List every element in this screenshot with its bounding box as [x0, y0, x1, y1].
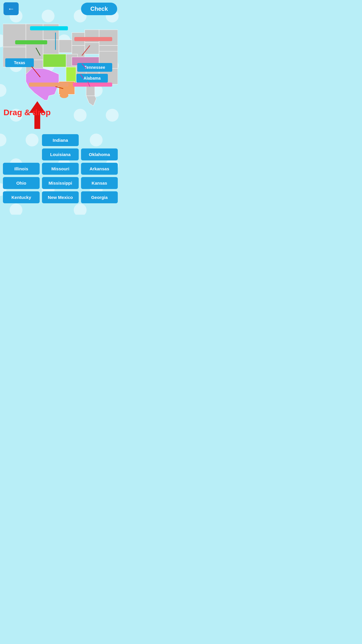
word-chip-kentucky[interactable]: Kentucky — [3, 191, 40, 203]
empty-slot-1 — [3, 134, 40, 146]
svg-point-26 — [10, 204, 22, 215]
word-chip-oklahoma[interactable]: Oklahoma — [81, 148, 118, 160]
word-chip-georgia[interactable]: Georgia — [81, 191, 118, 203]
green-map-label[interactable] — [15, 40, 47, 44]
svg-marker-55 — [86, 96, 96, 106]
map-area: Texas Tennessee Alabama — [3, 20, 118, 111]
svg-rect-35 — [59, 40, 72, 52]
back-arrow-icon: ← — [8, 5, 15, 12]
word-chip-ohio[interactable]: Ohio — [3, 177, 40, 189]
svg-rect-46 — [66, 67, 76, 83]
tennessee-label[interactable]: Tennessee — [77, 63, 112, 72]
cyan-map-label[interactable] — [30, 26, 68, 30]
alabama-label[interactable]: Alabama — [76, 74, 108, 83]
word-chip-illinois[interactable]: Illinois — [3, 163, 40, 175]
word-chip-missouri[interactable]: Missouri — [42, 163, 79, 175]
svg-rect-43 — [43, 54, 66, 67]
header: ← Check — [0, 2, 121, 15]
word-chip-kansas[interactable]: Kansas — [81, 177, 118, 189]
empty-slot-3 — [3, 148, 40, 160]
back-button[interactable]: ← — [3, 2, 19, 15]
orange-map-label[interactable] — [29, 83, 68, 87]
check-button[interactable]: Check — [81, 3, 117, 15]
word-bank: Indiana Louisiana Oklahoma Illinois Miss… — [3, 134, 118, 203]
word-chip-louisiana[interactable]: Louisiana — [42, 148, 79, 160]
svg-rect-38 — [85, 43, 99, 54]
empty-slot-2 — [81, 134, 118, 146]
word-chip-indiana[interactable]: Indiana — [42, 134, 79, 146]
svg-rect-32 — [26, 44, 43, 60]
svg-point-27 — [74, 204, 87, 215]
hotpink-map-label[interactable] — [73, 83, 112, 87]
drag-instruction: Drag & drop — [3, 108, 51, 117]
word-chip-mississippi[interactable]: Mississippi — [42, 177, 79, 189]
pink-map-label[interactable] — [74, 37, 112, 41]
svg-point-50 — [60, 92, 68, 98]
word-chip-newmexico[interactable]: New Mexico — [42, 191, 79, 203]
word-chip-arkansas[interactable]: Arkansas — [81, 163, 118, 175]
drag-drop-text: Drag & drop — [3, 108, 51, 117]
texas-label[interactable]: Texas — [5, 58, 34, 67]
